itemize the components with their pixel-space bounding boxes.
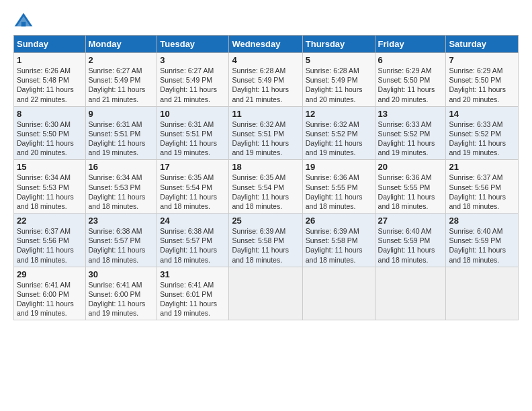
day-info: Sunrise: 6:39 AM Sunset: 5:58 PM Dayligh… <box>232 226 299 265</box>
calendar-week-5: 29Sunrise: 6:41 AM Sunset: 6:00 PM Dayli… <box>14 267 519 320</box>
calendar-cell: 25Sunrise: 6:39 AM Sunset: 5:58 PM Dayli… <box>229 214 302 267</box>
calendar-cell: 24Sunrise: 6:38 AM Sunset: 5:57 PM Dayli… <box>157 214 229 267</box>
calendar-header-saturday: Saturday <box>446 36 519 53</box>
calendar-cell: 21Sunrise: 6:37 AM Sunset: 5:56 PM Dayli… <box>446 160 519 214</box>
day-info: Sunrise: 6:41 AM Sunset: 6:00 PM Dayligh… <box>89 280 154 318</box>
calendar-header-row: SundayMondayTuesdayWednesdayThursdayFrid… <box>14 36 519 53</box>
day-info: Sunrise: 6:33 AM Sunset: 5:52 PM Dayligh… <box>449 120 515 158</box>
logo-icon <box>13 11 34 31</box>
calendar-cell: 8Sunrise: 6:30 AM Sunset: 5:50 PM Daylig… <box>14 106 86 160</box>
calendar-cell: 9Sunrise: 6:31 AM Sunset: 5:51 PM Daylig… <box>85 106 157 160</box>
calendar-cell: 1Sunrise: 6:26 AM Sunset: 5:48 PM Daylig… <box>14 53 86 107</box>
calendar-week-2: 8Sunrise: 6:30 AM Sunset: 5:50 PM Daylig… <box>14 106 519 160</box>
calendar-header-monday: Monday <box>85 36 157 53</box>
calendar-week-1: 1Sunrise: 6:26 AM Sunset: 5:48 PM Daylig… <box>14 53 519 107</box>
day-number: 22 <box>17 216 83 226</box>
calendar-header-sunday: Sunday <box>14 36 86 53</box>
day-info: Sunrise: 6:40 AM Sunset: 5:59 PM Dayligh… <box>449 226 515 265</box>
day-number: 20 <box>378 162 443 172</box>
day-info: Sunrise: 6:35 AM Sunset: 5:54 PM Dayligh… <box>160 173 226 211</box>
day-number: 6 <box>378 55 443 65</box>
day-info: Sunrise: 6:27 AM Sunset: 5:49 PM Dayligh… <box>160 66 226 104</box>
day-info: Sunrise: 6:32 AM Sunset: 5:52 PM Dayligh… <box>306 120 372 158</box>
page: SundayMondayTuesdayWednesdayThursdayFrid… <box>0 0 532 327</box>
day-info: Sunrise: 6:32 AM Sunset: 5:51 PM Dayligh… <box>232 120 299 158</box>
calendar-cell: 10Sunrise: 6:31 AM Sunset: 5:51 PM Dayli… <box>157 106 229 160</box>
day-number: 28 <box>449 216 515 226</box>
calendar-week-4: 22Sunrise: 6:37 AM Sunset: 5:56 PM Dayli… <box>14 214 519 267</box>
calendar-cell: 11Sunrise: 6:32 AM Sunset: 5:51 PM Dayli… <box>229 106 302 160</box>
calendar-cell: 27Sunrise: 6:40 AM Sunset: 5:59 PM Dayli… <box>375 214 446 267</box>
day-number: 11 <box>232 109 299 119</box>
calendar-cell: 6Sunrise: 6:29 AM Sunset: 5:50 PM Daylig… <box>375 53 446 107</box>
day-number: 16 <box>89 162 154 172</box>
day-info: Sunrise: 6:40 AM Sunset: 5:59 PM Dayligh… <box>378 226 443 265</box>
day-info: Sunrise: 6:34 AM Sunset: 5:53 PM Dayligh… <box>17 173 83 211</box>
day-number: 26 <box>306 216 372 226</box>
calendar-cell: 18Sunrise: 6:35 AM Sunset: 5:54 PM Dayli… <box>229 160 302 214</box>
calendar-cell: 28Sunrise: 6:40 AM Sunset: 5:59 PM Dayli… <box>446 214 519 267</box>
calendar-cell: 23Sunrise: 6:38 AM Sunset: 5:57 PM Dayli… <box>85 214 157 267</box>
day-number: 27 <box>378 216 443 226</box>
calendar-cell: 17Sunrise: 6:35 AM Sunset: 5:54 PM Dayli… <box>157 160 229 214</box>
calendar-cell <box>375 267 446 320</box>
calendar-cell <box>229 267 302 320</box>
day-info: Sunrise: 6:36 AM Sunset: 5:55 PM Dayligh… <box>306 173 372 211</box>
day-number: 8 <box>17 109 83 119</box>
day-info: Sunrise: 6:27 AM Sunset: 5:49 PM Dayligh… <box>89 66 154 104</box>
calendar-cell: 26Sunrise: 6:39 AM Sunset: 5:58 PM Dayli… <box>302 214 375 267</box>
day-number: 15 <box>17 162 83 172</box>
calendar-cell: 3Sunrise: 6:27 AM Sunset: 5:49 PM Daylig… <box>157 53 229 107</box>
day-info: Sunrise: 6:35 AM Sunset: 5:54 PM Dayligh… <box>232 173 299 211</box>
logo <box>13 11 36 31</box>
calendar-cell <box>446 267 519 320</box>
calendar-cell: 20Sunrise: 6:36 AM Sunset: 5:55 PM Dayli… <box>375 160 446 214</box>
calendar-header-friday: Friday <box>375 36 446 53</box>
day-number: 10 <box>160 109 226 119</box>
day-number: 5 <box>306 55 372 65</box>
day-info: Sunrise: 6:29 AM Sunset: 5:50 PM Dayligh… <box>378 66 443 104</box>
day-number: 9 <box>89 109 154 119</box>
header <box>13 11 519 31</box>
day-number: 3 <box>160 55 226 65</box>
day-info: Sunrise: 6:38 AM Sunset: 5:57 PM Dayligh… <box>160 226 226 265</box>
calendar-week-3: 15Sunrise: 6:34 AM Sunset: 5:53 PM Dayli… <box>14 160 519 214</box>
day-info: Sunrise: 6:33 AM Sunset: 5:52 PM Dayligh… <box>378 120 443 158</box>
day-info: Sunrise: 6:37 AM Sunset: 5:56 PM Dayligh… <box>17 226 83 265</box>
calendar-cell: 22Sunrise: 6:37 AM Sunset: 5:56 PM Dayli… <box>14 214 86 267</box>
day-number: 18 <box>232 162 299 172</box>
calendar-cell: 15Sunrise: 6:34 AM Sunset: 5:53 PM Dayli… <box>14 160 86 214</box>
day-info: Sunrise: 6:36 AM Sunset: 5:55 PM Dayligh… <box>378 173 443 211</box>
calendar-cell: 19Sunrise: 6:36 AM Sunset: 5:55 PM Dayli… <box>302 160 375 214</box>
day-number: 2 <box>89 55 154 65</box>
calendar-cell: 30Sunrise: 6:41 AM Sunset: 6:00 PM Dayli… <box>85 267 157 320</box>
day-info: Sunrise: 6:34 AM Sunset: 5:53 PM Dayligh… <box>89 173 154 211</box>
calendar-cell: 31Sunrise: 6:41 AM Sunset: 6:01 PM Dayli… <box>157 267 229 320</box>
calendar-cell: 2Sunrise: 6:27 AM Sunset: 5:49 PM Daylig… <box>85 53 157 107</box>
day-number: 21 <box>449 162 515 172</box>
calendar-header-thursday: Thursday <box>302 36 375 53</box>
day-number: 17 <box>160 162 226 172</box>
day-info: Sunrise: 6:38 AM Sunset: 5:57 PM Dayligh… <box>89 226 154 265</box>
svg-rect-2 <box>21 22 26 27</box>
day-info: Sunrise: 6:39 AM Sunset: 5:58 PM Dayligh… <box>306 226 372 265</box>
day-number: 13 <box>378 109 443 119</box>
day-info: Sunrise: 6:41 AM Sunset: 6:01 PM Dayligh… <box>160 280 226 318</box>
day-info: Sunrise: 6:31 AM Sunset: 5:51 PM Dayligh… <box>160 120 226 158</box>
calendar: SundayMondayTuesdayWednesdayThursdayFrid… <box>13 35 519 320</box>
day-info: Sunrise: 6:41 AM Sunset: 6:00 PM Dayligh… <box>17 280 83 318</box>
day-number: 25 <box>232 216 299 226</box>
day-info: Sunrise: 6:28 AM Sunset: 5:49 PM Dayligh… <box>232 66 299 104</box>
calendar-cell: 29Sunrise: 6:41 AM Sunset: 6:00 PM Dayli… <box>14 267 86 320</box>
day-number: 24 <box>160 216 226 226</box>
calendar-cell <box>302 267 375 320</box>
day-number: 23 <box>89 216 154 226</box>
calendar-cell: 4Sunrise: 6:28 AM Sunset: 5:49 PM Daylig… <box>229 53 302 107</box>
calendar-cell: 12Sunrise: 6:32 AM Sunset: 5:52 PM Dayli… <box>302 106 375 160</box>
calendar-header-wednesday: Wednesday <box>229 36 302 53</box>
day-number: 12 <box>306 109 372 119</box>
day-info: Sunrise: 6:31 AM Sunset: 5:51 PM Dayligh… <box>89 120 154 158</box>
day-info: Sunrise: 6:29 AM Sunset: 5:50 PM Dayligh… <box>449 66 515 104</box>
day-number: 1 <box>17 55 83 65</box>
day-number: 4 <box>232 55 299 65</box>
